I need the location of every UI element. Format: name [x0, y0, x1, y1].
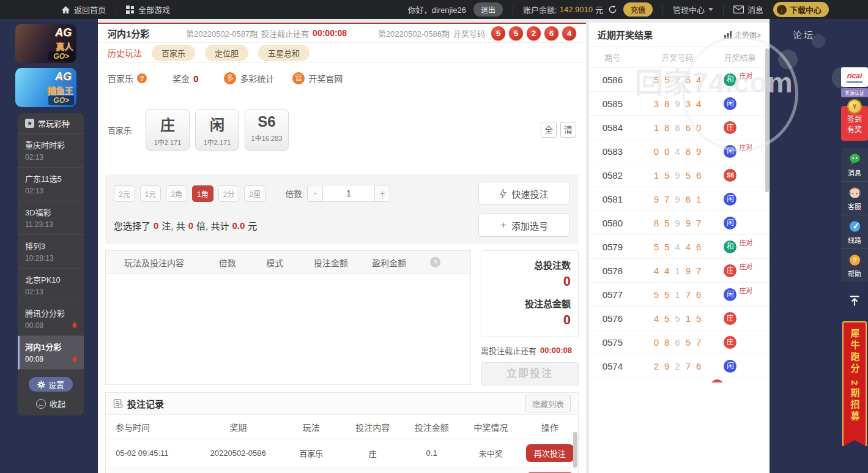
record-result: 未中奖	[460, 447, 521, 459]
draw-digit: 9	[686, 218, 691, 228]
result-row: 058197961闲	[589, 187, 770, 211]
back-to-top-button[interactable]	[841, 291, 868, 311]
place-bet-button[interactable]: 立即投注	[481, 362, 579, 385]
unit-chip-2分[interactable]: 2分	[218, 185, 240, 202]
bet-option-S6[interactable]: S61中16.283	[245, 109, 289, 151]
unit-chip-2元[interactable]: 2元	[114, 185, 135, 202]
sidebar-item-重庆时时彩[interactable]: 重庆时时彩02:13	[18, 134, 84, 168]
tab-五星总和[interactable]: 五星总和	[258, 45, 310, 61]
add-selection-button[interactable]: + 添加选号	[478, 214, 570, 237]
result-balls: 55264	[491, 26, 576, 40]
results-scrollbar[interactable]	[765, 48, 769, 192]
ag-fishing-go: GO>	[48, 95, 74, 105]
messages-link[interactable]: 消息	[747, 4, 763, 15]
draw-digit: 1	[654, 122, 659, 133]
results-col-开奖结果: 开奖结果	[719, 51, 770, 63]
draw-digit: 9	[675, 170, 680, 181]
ricai-logo-card[interactable]: ricai	[841, 67, 868, 87]
ag-fishing-banner[interactable]: AG 捕鱼王 GO>	[15, 68, 76, 107]
records-scrollbar[interactable]	[573, 432, 577, 467]
result-badge: 闲	[724, 145, 736, 158]
admin-center-menu[interactable]: 管理中心	[673, 4, 705, 15]
logout-button[interactable]: 退出	[473, 2, 503, 17]
result-ball: 6	[544, 26, 558, 40]
float-tool-消息[interactable]: 消息	[841, 148, 868, 182]
float-tool-线路[interactable]: 线路	[841, 215, 868, 249]
quick-bet-button[interactable]: 快速投注	[478, 182, 570, 205]
download-center-button[interactable]: ↓ 下载中心	[773, 2, 829, 17]
sidebar-item-广东11选5[interactable]: 广东11选502:13	[18, 168, 84, 201]
result-badge: 庄	[724, 336, 736, 349]
customer-service-icon	[848, 186, 862, 199]
trend-chart-label: 走势图>	[735, 29, 761, 40]
sidebar-item-腾讯分分彩[interactable]: 腾讯分分彩00:08	[18, 302, 84, 336]
tab-历史玩法[interactable]: 历史玩法	[108, 47, 142, 59]
sidebar-item-河内1分彩[interactable]: 河内1分彩00:08	[18, 336, 84, 370]
draw-digit: 0	[664, 146, 669, 157]
home-link[interactable]: 返回首页	[61, 4, 106, 15]
tool-label: 帮助	[848, 269, 861, 278]
multiplier-minus-button[interactable]: -	[307, 185, 323, 202]
float-tool-帮助[interactable]: ?帮助	[841, 249, 868, 282]
draw-digit: 6	[686, 194, 691, 204]
tab-定位胆[interactable]: 定位胆	[205, 45, 248, 61]
result-badge: 闲	[724, 97, 736, 110]
draw-digit: 4	[654, 313, 659, 324]
signin-reward-button[interactable]: ¥ 签到有奖	[841, 106, 868, 141]
draw-numbers: 55264	[636, 75, 719, 85]
unit-chip-2角[interactable]: 2角	[166, 185, 187, 202]
record-issue: 20220502-0586	[196, 449, 281, 458]
multiplier-input[interactable]: 1	[323, 185, 374, 202]
deadline-countdown: 00:00:08	[540, 346, 572, 355]
unit-chip-1角[interactable]: 1角	[192, 185, 213, 202]
clear-selection-icon[interactable]: ×	[430, 257, 440, 267]
official-site-link[interactable]: 官 开奖官网	[292, 72, 343, 84]
multiplier-plus-button[interactable]: +	[374, 185, 390, 202]
result-issue: 0585	[589, 99, 636, 109]
ag-live-banner[interactable]: AG 真人 GO>	[15, 24, 76, 63]
bet-record-row: 05-02 09:44:2320220502-0585百家乐闲0.10.2171…	[106, 467, 578, 473]
draw-digit: 9	[686, 266, 691, 276]
lottery-menu-header: ★ 常玩彩种	[18, 113, 84, 134]
help-icon[interactable]: ?	[137, 73, 147, 83]
trend-chart-link[interactable]: 走势图>	[724, 29, 761, 40]
settings-button[interactable]: 设置	[29, 377, 73, 392]
promo-banner-vertical[interactable]: 犀牛跑分 2期招募	[842, 321, 867, 447]
sidebar-item-3D福彩[interactable]: 3D福彩11:23:13	[18, 201, 84, 235]
tab-百家乐[interactable]: 百家乐	[152, 45, 195, 61]
result-issue: 0579	[589, 242, 636, 252]
bet-again-button[interactable]: 再次投注	[526, 444, 574, 462]
bet-option-庄[interactable]: 庄1中2.171	[146, 109, 190, 151]
current-issue-group: 第20220502-0587期 投注截止还有 00:00:08	[186, 28, 347, 39]
option-odds: 1中16.283	[245, 133, 288, 143]
refresh-icon[interactable]	[608, 5, 617, 14]
multiplier-label: 倍数	[285, 187, 302, 199]
select-all-button[interactable]: 全	[541, 122, 557, 138]
draw-digit: 0	[654, 146, 659, 157]
bet-records-panel: 投注记录 隐藏列表 参与时间奖期玩法投注内容投注金额中奖情况操作 05-02 0…	[105, 392, 579, 473]
unit-chip-1元[interactable]: 1元	[140, 185, 161, 202]
tool-label: 消息	[848, 168, 861, 177]
bet-option-闲[interactable]: 闲1中2.171	[195, 109, 239, 151]
hide-list-button[interactable]: 隐藏列表	[525, 395, 571, 412]
unit-chip-2厘[interactable]: 2厘	[244, 185, 265, 202]
multicolor-stats-link[interactable]: 多 多彩统计	[224, 72, 274, 84]
mail-icon[interactable]	[733, 6, 744, 13]
sidebar-item-排列3[interactable]: 排列310:28:13	[18, 235, 84, 269]
sidebar-item-北京PK10[interactable]: 北京PK1002:13	[18, 269, 84, 302]
results-table-header: 期号开奖号码开奖结果	[589, 47, 770, 68]
collapse-label: 收起	[50, 398, 65, 409]
clear-button[interactable]: 清	[560, 122, 576, 138]
draw-digit: 7	[686, 289, 691, 300]
float-tool-客服[interactable]: 客服	[841, 182, 868, 215]
draw-numbers: 45515	[636, 313, 719, 324]
total-bets-value: 0	[489, 274, 571, 289]
collapse-button[interactable]: ← 收起	[29, 398, 73, 409]
recharge-button[interactable]: 充值	[623, 2, 653, 17]
result-row: 058655264和庄对	[589, 68, 770, 92]
unit-chips: 2元1元2角1角2分2厘	[114, 185, 270, 202]
draw-digit: 9	[675, 218, 680, 228]
result-issue: 0576	[589, 313, 636, 324]
all-games-link[interactable]: 全部游戏	[126, 4, 170, 15]
promo-banner-text: 犀牛跑分 2期招募	[848, 329, 861, 445]
